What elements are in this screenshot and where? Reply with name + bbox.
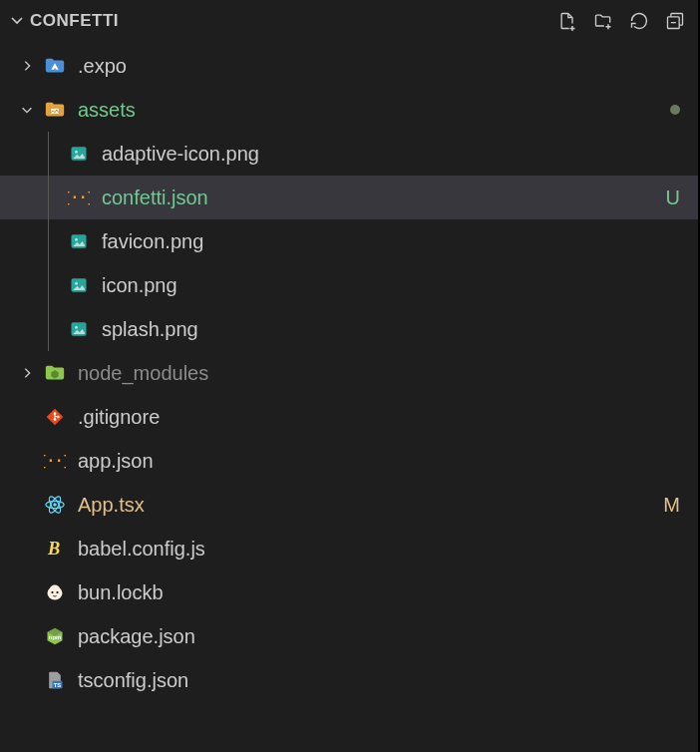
svg-point-3 <box>75 151 78 154</box>
tree-item-label: package.json <box>78 625 680 648</box>
collapse-all-icon[interactable] <box>664 10 686 32</box>
tree-item-label: babel.config.js <box>78 538 680 561</box>
svg-text:TS: TS <box>54 682 62 688</box>
folder-node-icon <box>44 362 66 384</box>
tree-item[interactable]: npmpackage.json <box>0 614 698 658</box>
git-modified-dot <box>670 105 680 115</box>
folder-expo-icon <box>44 55 66 77</box>
file-tree: .expoassetsadaptive-icon.png{··}confetti… <box>0 42 698 752</box>
chevron-down-icon <box>18 101 36 119</box>
babel-icon: B <box>44 538 66 560</box>
svg-point-21 <box>51 591 53 593</box>
tree-item[interactable]: adaptive-icon.png <box>0 132 698 176</box>
tree-item-label: icon.png <box>102 274 680 297</box>
image-icon <box>68 143 90 165</box>
tree-item-label: App.tsx <box>78 494 655 517</box>
folder-assets-icon <box>44 99 66 121</box>
tree-item[interactable]: .gitignore <box>0 395 698 439</box>
tree-item[interactable]: favicon.png <box>0 219 698 263</box>
image-icon <box>68 274 90 296</box>
tsconfig-icon: TS <box>44 669 66 691</box>
tree-item-label: adaptive-icon.png <box>102 143 680 166</box>
tree-item-label: confetti.json <box>102 187 658 209</box>
new-file-icon[interactable] <box>556 10 578 32</box>
svg-text:B: B <box>47 539 60 559</box>
bun-icon <box>44 581 66 603</box>
git-icon <box>44 406 66 428</box>
tree-item-label: splash.png <box>102 318 680 341</box>
svg-point-8 <box>75 282 78 285</box>
svg-point-10 <box>75 326 78 329</box>
tree-item-label: assets <box>78 99 662 122</box>
tree-item-label: app.json <box>78 450 680 473</box>
root-folder-name: CONFETTI <box>30 11 119 31</box>
tree-item-label: tsconfig.json <box>78 669 680 692</box>
git-status-badge: U <box>666 187 680 209</box>
tree-item-label: .expo <box>78 55 680 78</box>
tree-item[interactable]: .expo <box>0 44 698 88</box>
tree-item-label: node_modules <box>78 362 680 385</box>
tree-item-label: .gitignore <box>78 406 680 429</box>
chevron-down-icon <box>8 12 26 30</box>
tree-item[interactable]: assets <box>0 88 698 132</box>
chevron-right-icon <box>18 364 36 382</box>
svg-text:{··}: {··} <box>68 189 90 205</box>
file-explorer: CONFETTI .expoassetsadaptive-icon.png{··… <box>0 0 700 752</box>
tree-item[interactable]: TStsconfig.json <box>0 658 698 702</box>
header-actions <box>556 10 686 32</box>
nodepkg-icon: npm <box>44 625 66 647</box>
header-left[interactable]: CONFETTI <box>8 11 556 31</box>
svg-point-22 <box>56 591 58 593</box>
svg-point-15 <box>53 503 57 507</box>
refresh-icon[interactable] <box>628 10 650 32</box>
tree-item-label: bun.lockb <box>78 581 680 604</box>
tree-item[interactable]: splash.png <box>0 307 698 351</box>
image-icon <box>68 230 90 252</box>
react-icon <box>44 494 66 516</box>
tree-item[interactable]: node_modules <box>0 351 698 395</box>
image-icon <box>68 318 90 340</box>
tree-item[interactable]: {··}app.json <box>0 439 698 483</box>
tree-item[interactable]: icon.png <box>0 263 698 307</box>
svg-text:npm: npm <box>49 634 61 640</box>
tree-item[interactable]: App.tsxM <box>0 483 698 527</box>
tree-item-label: favicon.png <box>102 230 680 253</box>
new-folder-icon[interactable] <box>592 10 614 32</box>
svg-point-6 <box>75 238 78 241</box>
svg-text:{··}: {··} <box>44 453 66 469</box>
explorer-header: CONFETTI <box>0 0 698 42</box>
tree-item[interactable]: Bbabel.config.js <box>0 527 698 570</box>
chevron-right-icon <box>18 57 36 75</box>
tree-item[interactable]: bun.lockb <box>0 570 698 614</box>
git-status-badge: M <box>663 494 680 517</box>
json-icon: {··} <box>44 450 66 472</box>
tree-item[interactable]: {··}confetti.jsonU <box>0 176 698 219</box>
json-icon: {··} <box>68 187 90 208</box>
